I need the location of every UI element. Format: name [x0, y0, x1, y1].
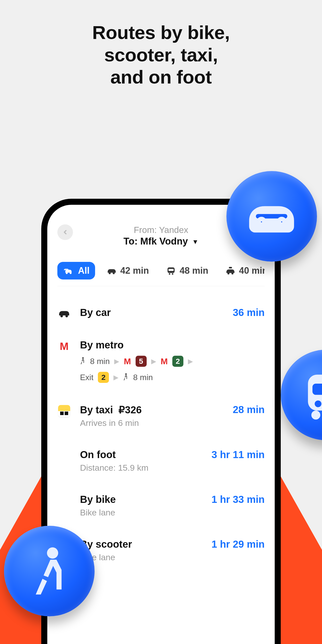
svg-point-14	[82, 357, 84, 359]
svg-point-0	[66, 272, 68, 274]
svg-point-15	[125, 373, 127, 375]
route-taxi-title-text: By taxi	[80, 404, 113, 415]
tab-bus[interactable]: 48 min	[160, 262, 214, 279]
svg-point-10	[231, 272, 233, 274]
route-scooter-sub: Bike lane	[80, 552, 265, 562]
bus-icon	[166, 266, 176, 275]
svg-point-1	[70, 272, 72, 274]
svg-rect-21	[312, 384, 322, 395]
tab-all-label: All	[78, 265, 90, 276]
svg-point-9	[227, 272, 229, 274]
route-car-time: 36 min	[233, 307, 265, 318]
tab-taxi[interactable]: 40 min	[220, 262, 265, 279]
promo-headline: Routes by bike, scooter, taxi, and on fo…	[0, 21, 322, 88]
route-foot-sub: Distance: 15.9 km	[80, 463, 265, 473]
route-taxi-sub: Arrives in 6 min	[80, 418, 265, 428]
metro-walk1: 8 min	[90, 357, 110, 366]
route-scooter-time: 1 hr 29 min	[212, 539, 265, 550]
to-value: Mfk Vodny	[140, 236, 188, 247]
route-bike-time: 1 hr 33 min	[212, 494, 265, 505]
svg-point-13	[65, 315, 68, 317]
route-metro-title: By metro	[80, 339, 124, 351]
svg-point-26	[47, 547, 58, 559]
metro-exit-label: Exit	[80, 373, 93, 382]
tab-car-label: 42 min	[120, 265, 149, 276]
metro-steps-row1: 8 min ▶ M 5 ▶ M 2 ▶	[80, 356, 265, 367]
metro-walk2: 8 min	[133, 373, 153, 382]
svg-point-7	[172, 273, 173, 275]
cars-icon	[63, 266, 74, 275]
route-foot-title: On foot	[80, 449, 116, 460]
arrow-icon: ▶	[188, 357, 193, 365]
svg-point-12	[60, 315, 63, 317]
arrow-icon: ▶	[113, 374, 118, 381]
arrow-icon: ▶	[114, 357, 119, 365]
metro-line-2-badge: 2	[172, 356, 183, 367]
route-bike-sub: Bike lane	[80, 508, 265, 517]
svg-rect-8	[229, 267, 232, 268]
mode-tabs: All 42 min 48 min 40 min	[57, 262, 265, 286]
route-foot-time: 3 hr 11 min	[212, 449, 265, 460]
taxi-icon	[225, 266, 235, 275]
tab-car[interactable]: 42 min	[101, 262, 154, 279]
metro-line-5-badge: 5	[136, 356, 147, 367]
metro-icon: M	[60, 340, 69, 352]
promo-bus-icon	[281, 350, 322, 440]
metro-m-icon: M	[161, 356, 168, 366]
car-icon	[58, 308, 70, 318]
from-value: Yandex	[159, 225, 188, 235]
tab-bus-label: 48 min	[180, 265, 208, 276]
route-taxi-time: 28 min	[233, 404, 265, 415]
svg-point-2	[109, 272, 111, 274]
from-prefix: From:	[134, 225, 159, 235]
route-taxi[interactable]: By taxi ₽326 28 min Arrives in 6 min	[57, 393, 265, 438]
svg-rect-5	[169, 269, 174, 271]
metro-exit-badge: 2	[98, 372, 109, 383]
promo-car-icon	[226, 171, 317, 262]
chevron-down-icon: ▼	[192, 238, 198, 246]
route-car[interactable]: By car 36 min	[57, 296, 265, 329]
svg-point-6	[169, 273, 170, 275]
metro-m-icon: M	[124, 356, 131, 366]
route-car-title: By car	[80, 307, 111, 318]
svg-point-19	[279, 219, 285, 225]
car-icon	[107, 267, 117, 275]
walk-icon	[123, 373, 129, 382]
headline-text: Routes by bike, scooter, taxi, and on fo…	[92, 22, 230, 88]
tab-all[interactable]: All	[57, 262, 95, 279]
svg-point-22	[315, 400, 321, 407]
chevron-left-icon	[62, 229, 68, 235]
route-bike-title: By bike	[80, 494, 116, 505]
route-bike[interactable]: By bike 1 hr 33 min Bike lane	[57, 483, 265, 528]
arrow-icon: ▶	[151, 357, 156, 365]
svg-point-3	[113, 272, 115, 274]
routes-list: By car 36 min M By metro 8 min ▶	[57, 296, 265, 573]
taxi-app-icon	[58, 405, 70, 417]
route-metro[interactable]: M By metro 8 min ▶ M 5 ▶ M 2	[57, 329, 265, 393]
back-button[interactable]	[57, 224, 73, 240]
route-taxi-title: By taxi ₽326	[80, 404, 142, 416]
svg-point-24	[311, 411, 320, 420]
svg-point-18	[259, 219, 264, 225]
metro-steps-row2: Exit 2 ▶ 8 min	[80, 372, 265, 383]
walk-icon	[80, 357, 86, 366]
promo-walk-icon	[4, 526, 95, 616]
to-prefix: To:	[124, 236, 140, 247]
tab-taxi-label: 40 min	[239, 265, 265, 276]
route-taxi-price: ₽326	[118, 404, 142, 415]
route-foot[interactable]: On foot 3 hr 11 min Distance: 15.9 km	[57, 438, 265, 483]
